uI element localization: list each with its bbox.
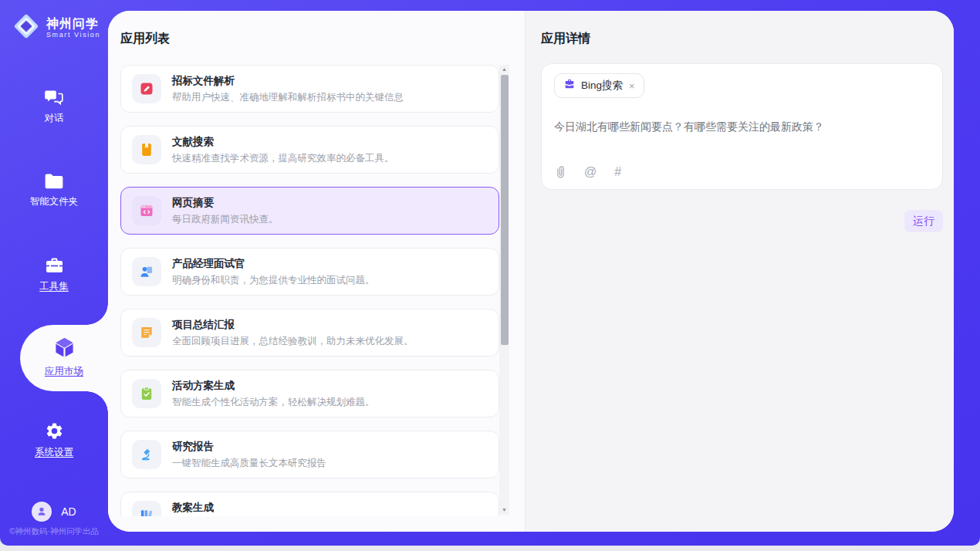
sidebar-item-chat[interactable]: 对话	[0, 88, 108, 125]
tool-chip-label: Bing搜索	[581, 79, 623, 93]
app-card-desc: 每日政府新闻资讯快查。	[172, 213, 279, 226]
app-card-title: 招标文件解析	[172, 74, 404, 88]
chip-close-icon[interactable]: ×	[629, 80, 635, 92]
app-card-desc: 快速精准查找学术资源，提高研究效率的必备工具。	[172, 152, 394, 165]
app-card-title: 产品经理面试官	[172, 257, 375, 271]
app-card-activity-plan[interactable]: 活动方案生成 智能生成个性化活动方案，轻松解决规划难题。	[120, 370, 499, 417]
sidebar-item-label: 工具集	[0, 280, 108, 293]
app-card-desc: 帮助用户快速、准确地理解和解析招标书中的关键信息	[172, 91, 404, 104]
app-card-title: 项目总结汇报	[172, 318, 414, 332]
hashtag-icon[interactable]: #	[614, 165, 621, 179]
gear-icon	[0, 421, 108, 441]
sidebar-item-toolset[interactable]: 工具集	[0, 256, 108, 293]
app-card-project-summary[interactable]: 项目总结汇报 全面回顾项目进展，总结经验教训，助力未来优化发展。	[120, 309, 499, 357]
lesson-books-icon	[132, 501, 161, 516]
app-list-scrollbar[interactable]: ▲ ▼	[499, 65, 509, 515]
app-card-literature-search[interactable]: 文献搜索 快速精准查找学术资源，提高研究效率的必备工具。	[120, 126, 499, 174]
sidebar-item-label: 应用市场	[20, 365, 108, 378]
brand-subtitle: Smart Vision	[46, 31, 100, 39]
app-card-research-report[interactable]: 研究报告 一键智能生成高质量长文本研究报告	[120, 431, 499, 478]
cube-icon	[20, 336, 108, 360]
briefcase-icon	[563, 78, 576, 93]
scrollbar-thumb[interactable]	[501, 75, 509, 345]
purple-frame: 神州问学 Smart Vision 对话	[0, 0, 980, 546]
chat-icon	[0, 88, 108, 106]
toolbox-icon	[0, 256, 108, 275]
avatar	[32, 502, 52, 522]
copyright-footer: ©神州数码·神州问学出品	[0, 526, 108, 537]
sidebar-item-label: 智能文件夹	[0, 195, 108, 208]
app-card-title: 活动方案生成	[172, 379, 375, 393]
research-microscope-icon	[132, 440, 161, 469]
plan-clipboard-icon	[132, 379, 161, 408]
user-account[interactable]: AD	[0, 502, 108, 522]
app-card-bid-parse[interactable]: 招标文件解析 帮助用户快速、准确地理解和解析招标书中的关键信息	[120, 65, 499, 113]
sidebar-item-label: 系统设置	[0, 446, 108, 459]
app-detail-panel: 应用详情 Bing搜索 × 今日湖北有哪些新闻要点？有哪些需要关注的最新政策？	[525, 11, 954, 532]
composer-toolbar: @ #	[555, 165, 621, 179]
scrollbar-up-icon[interactable]: ▲	[499, 65, 509, 74]
app-card-title: 文献搜索	[172, 135, 394, 149]
main-content: 应用列表 招标文件解析 帮助用户快速、准确地理解和解析招标书中的关键信息	[108, 11, 954, 532]
app-window: 神州问学 Smart Vision 对话	[0, 0, 980, 551]
app-card-lesson-plan[interactable]: 教案生成 模板驱动，教案秒成，教学准备从此轻松快捷	[120, 492, 499, 516]
prompt-text[interactable]: 今日湖北有哪些新闻要点？有哪些需要关注的最新政策？	[554, 119, 930, 134]
run-button[interactable]: 运行	[904, 210, 943, 232]
attachment-paperclip-icon[interactable]	[555, 165, 566, 179]
app-detail-title: 应用详情	[541, 31, 590, 47]
app-card-webpage-summary[interactable]: 网页摘要 每日政府新闻资讯快查。	[120, 187, 499, 235]
bid-document-edit-icon	[132, 74, 161, 103]
brand-title: 神州问学	[46, 17, 100, 31]
app-card-desc: 一键智能生成高质量长文本研究报告	[172, 457, 326, 470]
brand-text: 神州问学 Smart Vision	[46, 17, 100, 39]
app-card-desc: 智能生成个性化活动方案，轻松解决规划难题。	[172, 396, 375, 409]
sidebar-item-settings[interactable]: 系统设置	[0, 421, 108, 459]
app-card-desc: 全面回顾项目进展，总结经验教训，助力未来优化发展。	[172, 335, 414, 348]
interviewer-person-icon	[132, 257, 161, 286]
folder-icon	[0, 173, 108, 190]
app-card-title: 研究报告	[172, 440, 326, 454]
scrollbar-down-icon[interactable]: ▼	[499, 505, 509, 515]
brand-logo: 神州问学 Smart Vision	[0, 0, 108, 43]
sidebar-item-smart-folder[interactable]: 智能文件夹	[0, 173, 108, 208]
sidebar: 神州问学 Smart Vision 对话	[0, 0, 108, 546]
webpage-code-icon	[132, 196, 161, 225]
user-name: AD	[61, 505, 76, 518]
sidebar-item-label: 对话	[0, 112, 108, 125]
summary-note-icon	[132, 318, 161, 347]
app-list-title: 应用列表	[120, 31, 170, 47]
app-list-panel: 应用列表 招标文件解析 帮助用户快速、准确地理解和解析招标书中的关键信息	[108, 11, 525, 532]
sidebar-item-app-market[interactable]: 应用市场	[20, 325, 108, 391]
app-card-desc: 明确身份和职责，为您提供专业性的面试问题。	[172, 274, 375, 287]
mention-at-icon[interactable]: @	[584, 165, 596, 179]
app-list-scroll-area: 招标文件解析 帮助用户快速、准确地理解和解析招标书中的关键信息 文	[120, 65, 499, 516]
tool-chip-bing-search[interactable]: Bing搜索 ×	[554, 73, 644, 98]
prompt-composer[interactable]: Bing搜索 × 今日湖北有哪些新闻要点？有哪些需要关注的最新政策？ @ #	[541, 63, 943, 190]
gem-logo-icon	[12, 12, 40, 43]
literature-book-icon	[132, 135, 161, 164]
app-card-pm-interviewer[interactable]: 产品经理面试官 明确身份和职责，为您提供专业性的面试问题。	[120, 248, 499, 296]
app-card-title: 教案生成	[172, 501, 365, 515]
app-card-title: 网页摘要	[172, 196, 279, 210]
